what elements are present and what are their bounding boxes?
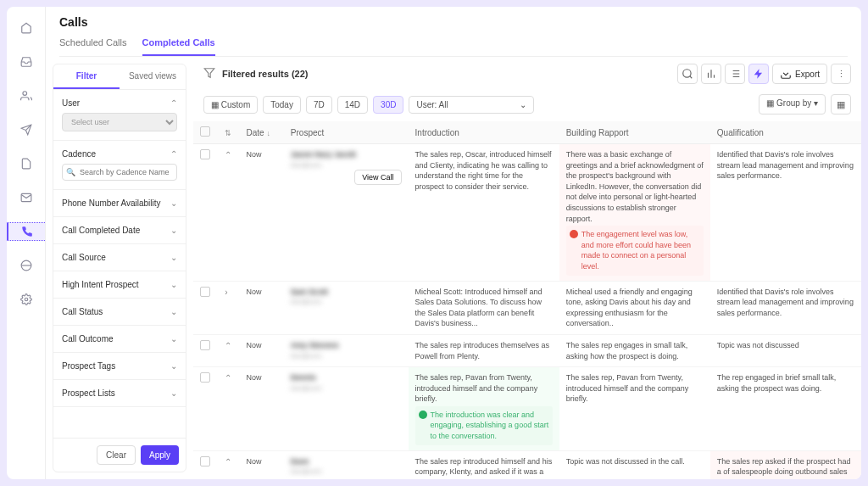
filter-icon [203, 67, 215, 81]
col-qualification[interactable]: Qualification [710, 121, 861, 144]
cadence-search-input[interactable] [62, 164, 177, 181]
date-cell: Now [239, 334, 283, 366]
svg-point-5 [683, 70, 691, 77]
tab-scheduled[interactable]: Scheduled Calls [59, 37, 127, 56]
flag-icon [570, 230, 578, 238]
7d-pill[interactable]: 7D [306, 96, 332, 114]
today-pill[interactable]: Today [263, 96, 301, 114]
row-checkbox[interactable] [200, 149, 210, 159]
cell: Topic was not discussed in the call. [559, 450, 710, 479]
filter-section-lists[interactable]: Prospect Lists⌄ [62, 388, 177, 398]
cell: The rep engaged in brief small talk, ask… [710, 367, 861, 451]
cell: The sales rep, Oscar, introduced himself… [409, 144, 559, 282]
row-checkbox[interactable] [200, 456, 210, 466]
globe-icon[interactable] [17, 256, 36, 275]
col-date[interactable]: Date ↓ [239, 121, 283, 144]
chevron-down-icon: ⌄ [170, 361, 177, 371]
30d-pill[interactable]: 30D [373, 96, 403, 114]
highlight-green: The introduction was clear and engaging,… [415, 406, 553, 445]
send-icon[interactable] [17, 120, 36, 139]
highlight-red: The engagement level was low, and more e… [566, 226, 704, 275]
user-select[interactable]: Select user [62, 113, 177, 131]
table-row: › Now Sam Scott blur@com Micheal Scott: … [193, 281, 861, 334]
col-introduction[interactable]: Introduction [409, 121, 559, 144]
filter-tab-filter[interactable]: Filter [53, 64, 120, 89]
list-button[interactable] [725, 64, 745, 84]
cell: Micheal used a friendly and engaging ton… [559, 281, 710, 334]
svg-point-0 [22, 92, 26, 96]
more-button[interactable]: ⋮ [831, 64, 851, 84]
row-checkbox[interactable] [200, 372, 210, 383]
prospect-cell: Dave blur@com [284, 450, 409, 479]
view-call-button[interactable]: View Call [354, 170, 401, 185]
filter-section-calldate[interactable]: Call Completed Date⌄ [62, 226, 177, 235]
search-button[interactable] [677, 64, 698, 84]
home-icon[interactable] [17, 19, 36, 37]
date-cell: Now [239, 367, 283, 451]
mail-icon[interactable] [17, 188, 36, 207]
chevron-down-icon: ⌄ [170, 388, 177, 398]
settings-icon[interactable] [17, 290, 36, 309]
expand-icon[interactable]: ⌃ [225, 373, 231, 383]
cell: There was a basic exchange of greetings … [559, 144, 710, 282]
14d-pill[interactable]: 14D [337, 96, 368, 114]
users-icon[interactable] [17, 87, 36, 105]
inbox-icon[interactable] [17, 53, 36, 71]
cell: Identified that Davis's role involves st… [710, 144, 861, 282]
svg-line-6 [690, 76, 693, 79]
row-checkbox[interactable] [200, 340, 210, 350]
user-filter-select[interactable]: User: All⌄ [409, 96, 534, 114]
sort-icon[interactable]: ⇅ [225, 129, 231, 137]
filter-section-cadence[interactable]: Cadence ⌃ [62, 149, 177, 159]
filter-section-callsource[interactable]: Call Source⌄ [62, 253, 177, 262]
export-button[interactable]: Export [772, 64, 827, 84]
analysis-button[interactable] [748, 64, 769, 84]
col-prospect[interactable]: Prospect [284, 121, 409, 144]
expand-icon[interactable]: ⌃ [225, 150, 231, 159]
cell: The sales rep introduces themselves as P… [409, 334, 559, 366]
chevron-up-icon: ⌃ [170, 98, 177, 108]
expand-icon[interactable]: ⌃ [225, 341, 231, 350]
chevron-down-icon: ⌄ [170, 307, 177, 316]
cell: The sales rep introduced himself and his… [409, 450, 559, 479]
chevron-down-icon: ⌄ [170, 280, 177, 289]
expand-icon[interactable]: ⌃ [225, 457, 231, 466]
chevron-up-icon: ⌃ [170, 149, 177, 159]
chart-button[interactable] [701, 64, 721, 84]
columns-button[interactable]: ▦ [831, 94, 851, 115]
clear-button[interactable]: Clear [97, 445, 136, 465]
filter-tab-saved[interactable]: Saved views [120, 64, 186, 89]
col-rapport[interactable]: Building Rapport [559, 121, 710, 144]
phone-icon[interactable] [7, 222, 45, 241]
filter-section-user[interactable]: User ⌃ [62, 98, 177, 108]
groupby-button[interactable]: ▦ Group by ▾ [759, 94, 826, 115]
left-nav [7, 7, 46, 479]
cell: Micheal Scott: Introduced himself and Sa… [409, 281, 559, 334]
filter-section-highintent[interactable]: High Intent Prospect⌄ [62, 280, 177, 289]
expand-icon[interactable]: › [225, 288, 227, 297]
filter-section-callstatus[interactable]: Call Status⌄ [62, 307, 177, 316]
chevron-down-icon: ⌄ [170, 226, 177, 235]
filter-section-phone[interactable]: Phone Number Availability⌄ [62, 198, 177, 208]
search-icon: 🔍 [66, 168, 75, 176]
apply-button[interactable]: Apply [141, 445, 179, 465]
table-row: ⌃ Now Dave blur@com The sales rep introd… [193, 450, 861, 479]
table-row: ⌃ Now Jason Hary Jacob blur@com View Cal… [193, 144, 861, 282]
cell: The sales rep, Pavan from Twenty, introd… [559, 367, 710, 451]
filter-section-tags[interactable]: Prospect Tags⌄ [62, 361, 177, 371]
doc-icon[interactable] [17, 154, 36, 173]
tab-completed[interactable]: Completed Calls [142, 37, 215, 56]
select-all-checkbox[interactable] [200, 126, 210, 137]
prospect-cell: Amy Stevens blur@com [284, 334, 409, 366]
filter-section-calloutcome[interactable]: Call Outcome⌄ [62, 334, 177, 344]
date-cell: Now [239, 281, 283, 334]
chevron-down-icon: ⌄ [170, 198, 177, 208]
custom-pill[interactable]: ▦ Custom [203, 96, 258, 114]
svg-point-3 [25, 298, 28, 301]
filter-panel: Filter Saved views User ⌃ Select user Ca… [53, 64, 186, 472]
cell: The sales rep, Pavan from Twenty, introd… [409, 367, 559, 451]
prospect-cell: Dennis blur@com [284, 367, 409, 451]
results-count: Filtered results (22) [222, 69, 308, 79]
row-checkbox[interactable] [200, 287, 210, 297]
table-row: ⌃ Now Amy Stevens blur@com The sales rep… [193, 334, 861, 366]
